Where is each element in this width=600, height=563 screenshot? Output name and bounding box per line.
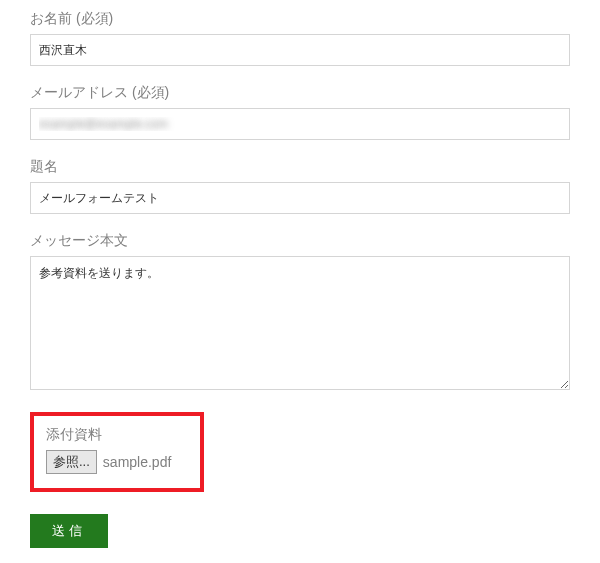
name-field-group: お名前 (必須) [30, 10, 570, 66]
email-input[interactable] [30, 108, 570, 140]
selected-file-name: sample.pdf [103, 454, 171, 470]
attachment-group: 添付資料 参照... sample.pdf [30, 412, 204, 492]
attachment-label: 添付資料 [46, 426, 188, 444]
submit-button[interactable]: 送信 [30, 514, 108, 548]
message-field-group: メッセージ本文 参考資料を送ります。 [30, 232, 570, 394]
file-input-row: 参照... sample.pdf [46, 450, 188, 474]
message-textarea[interactable]: 参考資料を送ります。 [30, 256, 570, 390]
subject-label: 題名 [30, 158, 570, 176]
name-input[interactable] [30, 34, 570, 66]
name-label: お名前 (必須) [30, 10, 570, 28]
email-label: メールアドレス (必須) [30, 84, 570, 102]
message-label: メッセージ本文 [30, 232, 570, 250]
subject-input[interactable] [30, 182, 570, 214]
email-field-group: メールアドレス (必須) [30, 84, 570, 140]
subject-field-group: 題名 [30, 158, 570, 214]
browse-button[interactable]: 参照... [46, 450, 97, 474]
